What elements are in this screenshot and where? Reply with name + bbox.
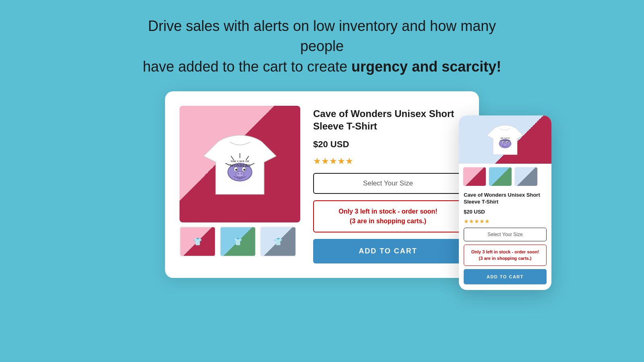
svg-point-7 bbox=[241, 173, 242, 175]
mobile-urgency-line1: Only 3 left in stock - order soon! bbox=[468, 249, 543, 255]
desktop-product-info: Cave of Wonders Unisex Short Sleeve T-Sh… bbox=[313, 106, 463, 263]
svg-text:THE CAVE OF: THE CAVE OF bbox=[500, 138, 510, 139]
desktop-size-select[interactable]: Select Your Size bbox=[313, 173, 463, 194]
svg-point-3 bbox=[235, 169, 237, 171]
mobile-tshirt-illustration: THE CAVE OF WONDERS bbox=[483, 117, 527, 162]
mobile-card: THE CAVE OF WONDERS Cave of Wonders Unis… bbox=[459, 115, 551, 290]
mobile-product-price: $20 USD bbox=[464, 209, 547, 215]
thumbnail-1[interactable]: 👕 bbox=[180, 226, 216, 257]
svg-point-24 bbox=[504, 144, 505, 145]
svg-point-21 bbox=[503, 142, 504, 143]
demo-area: THE CAVE OF WONDERS 👕 👕 👕 Cave bbox=[165, 91, 479, 278]
mobile-thumbnail-2[interactable] bbox=[489, 167, 512, 186]
mobile-thumbnail-row bbox=[459, 164, 551, 189]
desktop-urgency-line1: Only 3 left in stock - order soon! bbox=[320, 207, 456, 216]
desktop-urgency-box: Only 3 left in stock - order soon! (3 ar… bbox=[313, 200, 463, 232]
mobile-size-select[interactable]: Select Your Size bbox=[464, 228, 547, 241]
mobile-urgency-line2: (3 are in shopping carts.) bbox=[468, 255, 543, 262]
mobile-add-to-cart-button[interactable]: ADD TO CART bbox=[464, 269, 547, 284]
desktop-product-title: Cave of Wonders Unisex Short Sleeve T-Sh… bbox=[313, 107, 463, 132]
tshirt-illustration: THE CAVE OF WONDERS bbox=[196, 120, 284, 208]
desktop-urgency-line2: (3 are in shopping carts.) bbox=[320, 216, 456, 226]
svg-point-25 bbox=[506, 144, 506, 145]
mobile-stars: ★★★★★ bbox=[464, 218, 547, 224]
mobile-main-image: THE CAVE OF WONDERS bbox=[459, 115, 551, 164]
svg-text:WONDERS: WONDERS bbox=[229, 163, 250, 168]
mobile-product-title: Cave of Wonders Unisex Short Sleeve T-Sh… bbox=[464, 192, 547, 206]
desktop-product-price: $20 USD bbox=[313, 139, 463, 150]
product-images: THE CAVE OF WONDERS 👕 👕 👕 bbox=[180, 106, 300, 263]
svg-point-22 bbox=[507, 142, 508, 143]
desktop-add-to-cart-button[interactable]: ADD TO CART bbox=[313, 239, 463, 263]
headline-bold: urgency and scarcity! bbox=[351, 58, 501, 75]
mobile-product-info: Cave of Wonders Unisex Short Sleeve T-Sh… bbox=[459, 189, 551, 290]
mobile-thumbnail-1[interactable] bbox=[463, 167, 486, 186]
headline: Drive sales with alerts on low inventory… bbox=[141, 16, 503, 77]
thumbnail-3[interactable]: 👕 bbox=[260, 226, 296, 257]
svg-point-6 bbox=[237, 173, 239, 175]
main-product-image: THE CAVE OF WONDERS bbox=[180, 106, 300, 222]
mobile-thumbnail-3[interactable] bbox=[514, 167, 538, 186]
desktop-stars: ★★★★★ bbox=[313, 156, 463, 167]
headline-part1: Drive sales with alerts on low inventory… bbox=[148, 18, 496, 54]
thumbnail-row: 👕 👕 👕 bbox=[180, 226, 300, 257]
svg-text:THE CAVE OF: THE CAVE OF bbox=[231, 160, 250, 163]
svg-point-4 bbox=[244, 169, 246, 171]
svg-point-23 bbox=[503, 143, 507, 146]
svg-point-5 bbox=[236, 171, 244, 177]
headline-part2: have added to the cart to create bbox=[143, 58, 351, 75]
desktop-card: THE CAVE OF WONDERS 👕 👕 👕 Cave bbox=[165, 91, 479, 278]
mobile-urgency-box: Only 3 left in stock - order soon! (3 ar… bbox=[464, 245, 547, 266]
thumbnail-2[interactable]: 👕 bbox=[220, 226, 256, 257]
svg-text:WONDERS: WONDERS bbox=[500, 140, 510, 142]
